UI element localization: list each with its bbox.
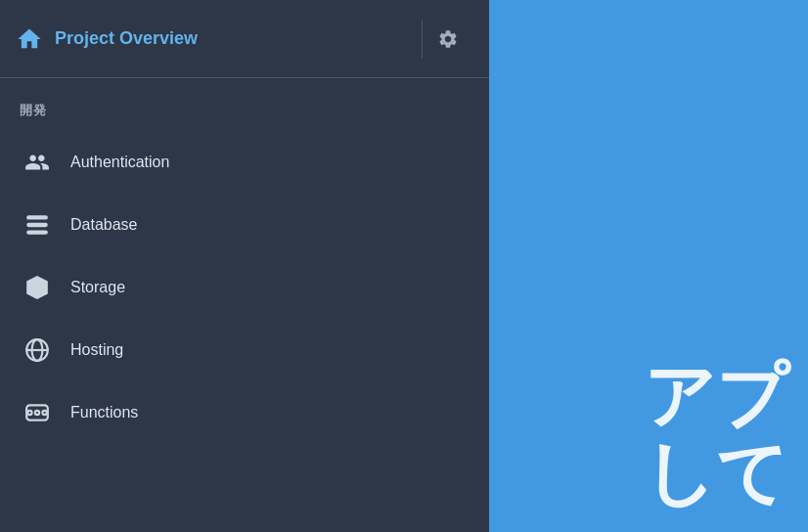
home-icon[interactable]: [16, 25, 43, 53]
sidebar-item-storage[interactable]: Storage: [0, 256, 489, 319]
sidebar: Project Overview 開発 Authentication: [0, 0, 489, 532]
svg-rect-9: [26, 405, 48, 420]
sidebar-item-label-database: Database: [70, 216, 138, 234]
project-title: Project Overview: [55, 28, 422, 49]
japanese-line1: アプ: [644, 358, 788, 435]
main-content: アプ して プロジェクトの設定 ユーザーと権限: [489, 0, 808, 532]
svg-point-7: [35, 411, 39, 415]
gear-icon[interactable]: [430, 22, 466, 57]
japanese-line2: して: [644, 435, 788, 512]
sidebar-header: Project Overview: [0, 0, 489, 78]
sidebar-item-functions[interactable]: Functions: [0, 381, 489, 444]
storage-icon: [20, 270, 55, 305]
svg-point-6: [27, 411, 31, 415]
svg-rect-2: [26, 230, 48, 234]
sidebar-item-database[interactable]: Database: [0, 194, 489, 256]
functions-icon: [20, 395, 55, 430]
sidebar-item-label-functions: Functions: [70, 404, 138, 421]
hosting-icon: [20, 332, 55, 368]
sidebar-nav: Authentication Database Storage: [0, 131, 489, 444]
sidebar-item-label-hosting: Hosting: [70, 341, 123, 359]
section-label-dev: 開発: [0, 78, 489, 131]
sidebar-item-authentication[interactable]: Authentication: [0, 131, 489, 194]
main-japanese-text: アプ して: [624, 338, 808, 532]
svg-point-8: [42, 411, 46, 415]
svg-rect-1: [26, 223, 48, 227]
sidebar-item-hosting[interactable]: Hosting: [0, 319, 489, 381]
sidebar-item-label-storage: Storage: [70, 279, 125, 296]
users-icon: [20, 145, 55, 180]
sidebar-item-label-authentication: Authentication: [70, 154, 169, 171]
header-divider: [422, 20, 423, 59]
svg-rect-0: [26, 215, 48, 219]
database-icon: [20, 207, 55, 243]
